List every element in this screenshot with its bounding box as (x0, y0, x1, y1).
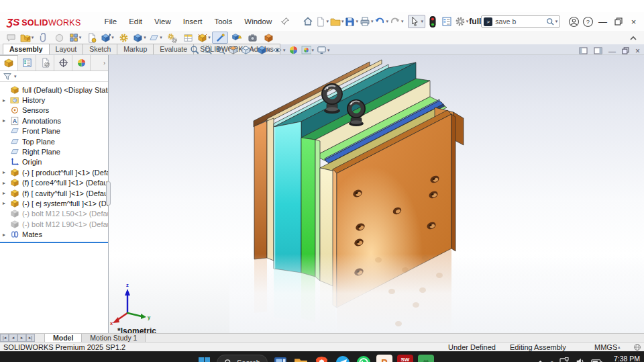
search-caret-icon[interactable]: ▾ (555, 19, 558, 24)
network-display-icon[interactable] (559, 357, 570, 362)
tray-chevron-icon[interactable] (537, 357, 544, 362)
help-icon[interactable]: ? (582, 15, 594, 28)
tab-dimxpertmanager-icon[interactable] (54, 55, 72, 71)
search-icon[interactable] (546, 17, 555, 26)
reference-geometry-icon[interactable]: ▾ (148, 32, 164, 44)
tree-item-sensors[interactable]: Sensors (0, 105, 108, 116)
menu-edit[interactable]: Edit (123, 15, 148, 28)
tab-motion-study-1[interactable]: Motion Study 1 (82, 334, 146, 342)
tree-item-bolt-m12-l50[interactable]: (-) bolt M12 L50<1> (Default) (0, 209, 108, 219)
tree-item-product[interactable]: ▸ (-) [ product^full ]<1> (Default) < (0, 167, 108, 177)
options-list-icon[interactable] (440, 15, 453, 28)
home-icon[interactable] (301, 15, 314, 28)
search-input[interactable] (495, 17, 545, 26)
display-style-icon[interactable]: ▾ (257, 45, 270, 55)
select-tool-button[interactable]: ▾ (408, 15, 425, 28)
whatsapp-icon[interactable] (356, 355, 372, 362)
tab-scroll-last-icon[interactable]: ▸| (26, 334, 35, 342)
filter-funnel-icon[interactable] (3, 72, 12, 81)
graphics-viewport[interactable]: z x y *Isometric (109, 55, 644, 333)
tab-featuremanager-icon[interactable] (0, 55, 18, 71)
save-icon[interactable]: ▾ (345, 15, 358, 28)
tree-item-top-plane[interactable]: Top Plane (0, 136, 108, 146)
section-view-icon[interactable] (228, 45, 238, 55)
doc-close-icon[interactable]: × (635, 46, 640, 56)
bill-of-materials-icon[interactable] (180, 32, 196, 44)
tab-assembly[interactable]: Assembly (3, 44, 50, 54)
settings-gear-icon[interactable]: ▾ (455, 15, 469, 28)
zoom-to-area-icon[interactable] (203, 45, 213, 55)
rebuild-icon[interactable] (426, 15, 439, 28)
pin-icon[interactable] (278, 15, 291, 28)
tray-clock[interactable]: 7:38 PM 6/19/2025 (608, 355, 640, 362)
comment-icon[interactable] (3, 32, 19, 44)
expand-arrow-icon[interactable]: ▸ (3, 232, 10, 238)
account-icon[interactable] (567, 15, 580, 28)
tree-item-history[interactable]: ▸ History (0, 95, 108, 105)
menu-view[interactable]: View (148, 15, 177, 28)
tree-item-cavity[interactable]: ▸ (f) [ cavity^full ]<1> (Default) <Di (0, 188, 108, 198)
tree-item-right-plane[interactable]: Right Plane (0, 146, 108, 156)
open-document-icon[interactable]: ▾ (330, 15, 344, 28)
view-settings-icon[interactable]: ▾ (317, 45, 330, 55)
taskbar-search[interactable]: Search (217, 355, 268, 362)
redo-icon[interactable]: ▾ (390, 15, 404, 28)
apply-scene-icon[interactable]: ▾ (301, 45, 315, 55)
magnetic-mate-icon[interactable] (51, 32, 67, 44)
panel-tabs-overflow-icon[interactable]: › (91, 55, 108, 71)
tab-markup[interactable]: Markup (117, 44, 154, 54)
tab-scroll-first-icon[interactable]: |◂ (0, 334, 9, 342)
view-orientation-icon[interactable]: ▾ (241, 45, 254, 55)
menu-window[interactable]: Window (238, 15, 278, 28)
edit-assembly-icon[interactable] (260, 32, 276, 44)
tab-scroll-left-icon[interactable]: ◂ (9, 334, 17, 342)
menu-tools[interactable]: Tools (208, 15, 238, 28)
powertoys-icon[interactable]: P (376, 355, 392, 362)
tree-item-core4[interactable]: ▸ (f) [ core4^full ]<1> (Default) <Di (0, 178, 108, 188)
telegram-icon[interactable] (335, 355, 351, 362)
take-snapshot-icon[interactable] (244, 32, 260, 44)
new-motion-study-icon[interactable] (164, 32, 180, 44)
expand-arrow-icon[interactable]: ▸ (3, 97, 10, 103)
start-button[interactable] (196, 355, 212, 362)
exploded-view-icon[interactable]: ▾ (196, 32, 212, 44)
expand-arrow-icon[interactable]: ▸ (3, 180, 10, 186)
expand-arrow-icon[interactable]: ▸ (3, 118, 10, 124)
move-component-icon[interactable]: ▾ (99, 32, 115, 44)
hide-show-items-icon[interactable]: ▾ (272, 45, 286, 55)
interference-detection-icon[interactable] (228, 32, 244, 44)
tree-item-origin[interactable]: Origin (0, 157, 108, 167)
panel-splitter-handle[interactable] (106, 181, 111, 206)
undo-icon[interactable]: ▾ (374, 15, 388, 28)
restore-button[interactable] (610, 14, 626, 29)
new-document-icon[interactable]: ▾ (315, 15, 329, 28)
linear-component-pattern-icon[interactable]: ▾ (67, 32, 83, 44)
filter-caret-icon[interactable]: ▾ (14, 74, 17, 79)
expand-arrow-icon[interactable]: ▸ (3, 200, 10, 206)
tree-item-ej-system[interactable]: ▸ (-) [ ej system^full ]<1> (Default) (0, 198, 108, 208)
previous-view-icon[interactable] (215, 45, 225, 55)
tab-model[interactable]: Model (44, 334, 82, 342)
tree-item-root[interactable]: full (Default) <Display State-1> (0, 85, 108, 95)
tab-displaymanager-icon[interactable] (72, 55, 91, 71)
print-icon[interactable]: ▾ (360, 15, 374, 28)
tab-propertymanager-icon[interactable] (18, 55, 36, 71)
edit-appearance-icon[interactable] (288, 45, 299, 55)
close-button[interactable]: × (626, 14, 641, 29)
search-box[interactable]: > ▾ (481, 15, 560, 28)
tree-item-mates[interactable]: ▸ Mates (0, 229, 108, 239)
tab-configurationmanager-icon[interactable] (36, 55, 54, 71)
units-selector[interactable]: MMGS (594, 343, 617, 351)
tree-item-bolt-m12-l90[interactable]: (-) bolt M12 L90<1> (Default) (0, 219, 108, 229)
minimize-button[interactable]: — (595, 14, 610, 29)
collapse-toolbar-icon[interactable] (629, 33, 637, 45)
file-explorer-icon[interactable] (293, 355, 309, 362)
solidworks-app-icon[interactable]: SW2025 (397, 355, 413, 362)
smart-fasteners-icon[interactable] (83, 32, 99, 44)
instant3d-icon[interactable] (212, 32, 228, 44)
insert-components-icon[interactable]: ▾ (19, 32, 35, 44)
tab-layout[interactable]: Layout (49, 44, 84, 54)
brave-browser-icon[interactable] (314, 355, 330, 362)
assembly-features-icon[interactable]: ▾ (131, 32, 148, 44)
doc-minimize-icon[interactable]: — (608, 47, 616, 55)
